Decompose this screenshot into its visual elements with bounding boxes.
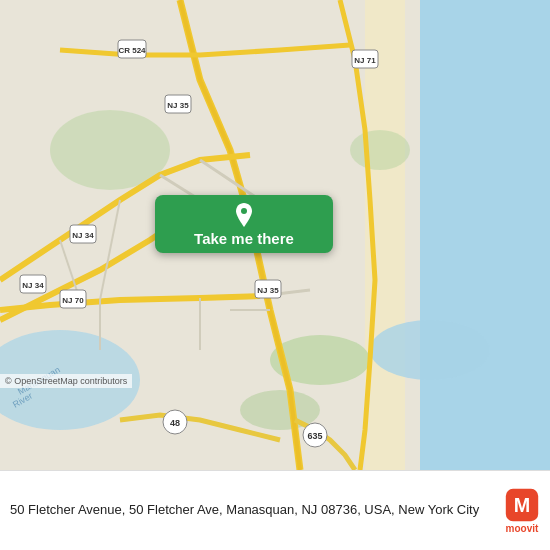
address-text: 50 Fletcher Avenue, 50 Fletcher Ave, Man… xyxy=(10,501,496,519)
moovit-logo: M moovit xyxy=(504,487,540,534)
svg-text:NJ 35: NJ 35 xyxy=(167,101,189,110)
take-me-there-button[interactable]: Take me there xyxy=(155,195,333,253)
svg-text:CR 524: CR 524 xyxy=(118,46,146,55)
map-container: Manasquan River CR 524 NJ 35 NJ 35 NJ 34… xyxy=(0,0,550,470)
moovit-icon: M xyxy=(504,487,540,523)
svg-text:48: 48 xyxy=(170,418,180,428)
svg-text:M: M xyxy=(514,494,530,516)
location-pin-icon xyxy=(233,202,255,228)
svg-point-39 xyxy=(241,208,247,214)
svg-text:NJ 70: NJ 70 xyxy=(62,296,84,305)
svg-text:NJ 34: NJ 34 xyxy=(22,281,44,290)
bottom-bar: 50 Fletcher Avenue, 50 Fletcher Ave, Man… xyxy=(0,470,550,550)
svg-text:NJ 34: NJ 34 xyxy=(72,231,94,240)
svg-point-3 xyxy=(370,320,490,380)
map-attribution: © OpenStreetMap contributors xyxy=(0,374,132,388)
svg-text:635: 635 xyxy=(307,431,322,441)
svg-text:NJ 35: NJ 35 xyxy=(257,286,279,295)
svg-text:NJ 71: NJ 71 xyxy=(354,56,376,65)
moovit-text: moovit xyxy=(506,523,539,534)
button-label: Take me there xyxy=(194,230,294,247)
svg-point-8 xyxy=(350,130,410,170)
